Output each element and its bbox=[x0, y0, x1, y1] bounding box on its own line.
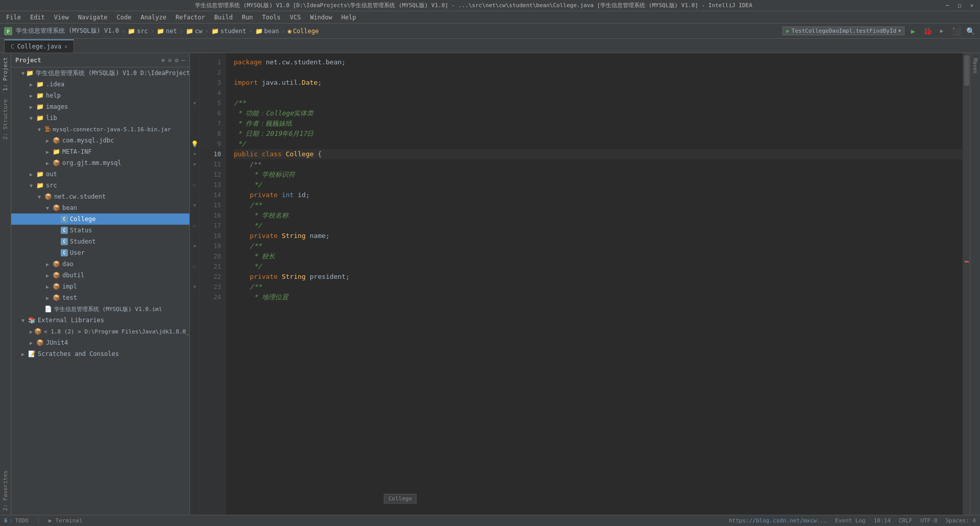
tree-idea[interactable]: ▶ 📁 .idea bbox=[11, 79, 189, 90]
menu-window[interactable]: Window bbox=[306, 13, 336, 22]
tree-college-class[interactable]: C College bbox=[11, 213, 189, 225]
tree-images[interactable]: ▶ 📁 images bbox=[11, 101, 189, 112]
run-config-chevron[interactable]: ▼ bbox=[898, 29, 901, 33]
tree-mysql-jar[interactable]: ▼ 🗜 mysql-connector-java-5.1.16-bin.jar bbox=[11, 124, 189, 135]
breadcrumb-college[interactable]: ◉College bbox=[288, 28, 319, 35]
scroll-thumb[interactable] bbox=[964, 55, 969, 86]
tree-dbutil[interactable]: ▶ 📦 dbutil bbox=[11, 270, 189, 281]
collapse-19[interactable]: ▼ bbox=[193, 244, 196, 249]
coverage-button[interactable]: ▶ bbox=[936, 26, 947, 37]
menu-file[interactable]: File bbox=[2, 13, 25, 22]
project-expand-all[interactable]: ⊕ bbox=[161, 57, 165, 64]
run-config-label[interactable]: TestCollegeDaoImpl.testFindById bbox=[792, 28, 896, 34]
tree-user-class[interactable]: C User bbox=[11, 247, 189, 258]
menu-help[interactable]: Help bbox=[337, 13, 360, 22]
collapse-5[interactable]: ▼ bbox=[193, 101, 196, 106]
tab-college-java[interactable]: C College.java × bbox=[4, 39, 74, 53]
collapse-10[interactable]: ▼ bbox=[193, 152, 196, 157]
debug-button[interactable]: 🐞 bbox=[922, 26, 933, 37]
menu-build[interactable]: Build bbox=[210, 13, 237, 22]
folder-icon-cw: 📁 bbox=[186, 28, 193, 35]
project-close[interactable]: — bbox=[182, 57, 185, 64]
code-line-4 bbox=[234, 88, 963, 98]
title-bar: 学生信息管理系统 (MYSQL版) V1.0 [D:\IdeaProjects\… bbox=[0, 0, 980, 11]
nav-bar: P 学生信息管理系统 (MYSQL版) V1.0 › 📁src › 📁net ›… bbox=[0, 23, 980, 39]
breadcrumb-src[interactable]: 📁src bbox=[128, 28, 148, 35]
menu-code[interactable]: Code bbox=[113, 13, 136, 22]
tree-lib[interactable]: ▼ 📁 lib bbox=[11, 112, 189, 124]
code-lines[interactable]: package net.cw.student.bean; import java… bbox=[226, 53, 963, 515]
close-button[interactable]: ✕ bbox=[968, 2, 976, 10]
tab-icon: C bbox=[11, 43, 14, 50]
spaces-status[interactable]: Spaces: 4 bbox=[945, 517, 976, 524]
menu-vcs[interactable]: VCS bbox=[286, 13, 305, 22]
breadcrumb-project[interactable]: 学生信息管理系统 (MYSQL版) V1.0 bbox=[16, 27, 119, 35]
maven-label[interactable]: Maven bbox=[971, 55, 979, 77]
tree-impl[interactable]: ▶ 📦 impl bbox=[11, 281, 189, 292]
menu-analyze[interactable]: Analyze bbox=[136, 13, 170, 22]
tree-bean[interactable]: ▼ 📦 bean bbox=[11, 202, 189, 213]
package-icon-dao: 📦 bbox=[53, 260, 60, 268]
run-button[interactable]: ▶ bbox=[908, 26, 919, 37]
project-collapse-all[interactable]: ⊖ bbox=[168, 57, 172, 64]
tree-test[interactable]: ▶ 📦 test bbox=[11, 292, 189, 303]
stop-button[interactable]: ⬛ bbox=[950, 26, 962, 37]
terminal-icon: ▶ bbox=[48, 517, 52, 524]
tree-scratches[interactable]: ▶ 📝 Scratches and Consoles bbox=[11, 348, 189, 360]
minimize-button[interactable]: ─ bbox=[943, 2, 951, 10]
gutter-21: ▷ bbox=[190, 261, 200, 272]
tree-jdk[interactable]: ▶ 📦 < 1.8 (2) > D:\Program Files\Java\jd… bbox=[11, 326, 189, 337]
tree-status-class[interactable]: C Status bbox=[11, 225, 189, 236]
tree-net-cw[interactable]: ▼ 📦 net.cw.student bbox=[11, 191, 189, 202]
panel-favorites-label[interactable]: 2: Favorites bbox=[1, 466, 10, 515]
tree-root-project[interactable]: ▼ 📁 学生信息管理系统 (MYSQL版) V1.0 D:\IdeaProjec… bbox=[11, 67, 189, 79]
menu-navigate[interactable]: Navigate bbox=[74, 13, 112, 22]
lightbulb-9[interactable]: 💡 bbox=[191, 140, 199, 148]
todo-tab-colon: : bbox=[10, 517, 13, 524]
tree-org-gjt[interactable]: ▶ 📦 org.gjt.mm.mysql bbox=[11, 157, 189, 169]
expand-arrow-jdk: ▶ bbox=[30, 329, 33, 334]
tree-com-mysql[interactable]: ▶ 📦 com.mysql.jdbc bbox=[11, 135, 189, 146]
collapse-17[interactable]: ▷ bbox=[193, 223, 196, 228]
panel-project-label[interactable]: 1: Project bbox=[1, 53, 10, 95]
panel-structure-label[interactable]: 2: Structure bbox=[1, 95, 10, 144]
collapse-11[interactable]: ▼ bbox=[193, 162, 196, 167]
editor-scrollbar[interactable] bbox=[963, 53, 970, 515]
menu-tools[interactable]: Tools bbox=[258, 13, 285, 22]
search-everywhere-button[interactable]: 🔍 bbox=[965, 26, 976, 37]
bottom-tab-todo[interactable]: 6 : TODO bbox=[4, 517, 29, 524]
menu-run[interactable]: Run bbox=[238, 13, 257, 22]
project-settings[interactable]: ⚙ bbox=[175, 57, 179, 64]
tree-external-libs[interactable]: ▼ 📚 External Libraries bbox=[11, 315, 189, 326]
tab-close[interactable]: × bbox=[64, 44, 67, 50]
collapse-13[interactable]: ▷ bbox=[193, 182, 196, 187]
breadcrumb-net[interactable]: 📁net bbox=[157, 28, 177, 35]
tree-student-class[interactable]: C Student bbox=[11, 236, 189, 247]
gutter-1 bbox=[190, 57, 200, 67]
tree-dao[interactable]: ▶ 📦 dao bbox=[11, 258, 189, 270]
tree-out[interactable]: ▶ 📁 out bbox=[11, 169, 189, 180]
breadcrumb-sep-3: › bbox=[180, 28, 183, 35]
breadcrumb-student[interactable]: 📁student bbox=[211, 28, 247, 35]
maximize-button[interactable]: □ bbox=[955, 2, 964, 10]
menu-edit[interactable]: Edit bbox=[26, 13, 49, 22]
junit-icon: 📦 bbox=[36, 339, 44, 346]
encoding-status[interactable]: UTF-8 bbox=[920, 517, 937, 524]
breadcrumb-bean[interactable]: 📁bean bbox=[255, 28, 279, 35]
expand-arrow-help: ▶ bbox=[30, 93, 35, 99]
git-url[interactable]: https://blog.csdn.net/mxcw... bbox=[729, 517, 827, 524]
collapse-23[interactable]: ▼ bbox=[193, 284, 196, 290]
collapse-15[interactable]: ▼ bbox=[193, 203, 196, 208]
tree-meta-inf[interactable]: ▶ 📁 META-INF bbox=[11, 146, 189, 157]
collapse-21[interactable]: ▷ bbox=[193, 264, 196, 269]
tree-iml[interactable]: 📄 学生信息管理系统 (MYSQL版) V1.0.iml bbox=[11, 303, 189, 315]
breadcrumb-cw[interactable]: 📁cw bbox=[186, 28, 202, 35]
event-log-label[interactable]: Event Log bbox=[835, 517, 866, 524]
tree-junit[interactable]: ▶ 📦 JUnit4 bbox=[11, 337, 189, 348]
bottom-tab-terminal[interactable]: ▶ Terminal bbox=[48, 517, 83, 524]
menu-view[interactable]: View bbox=[50, 13, 73, 22]
crlf-status[interactable]: CRLF bbox=[899, 517, 913, 524]
tree-help[interactable]: ▶ 📁 help bbox=[11, 90, 189, 101]
menu-refactor[interactable]: Refactor bbox=[172, 13, 209, 22]
tree-src[interactable]: ▼ 📁 src bbox=[11, 180, 189, 191]
